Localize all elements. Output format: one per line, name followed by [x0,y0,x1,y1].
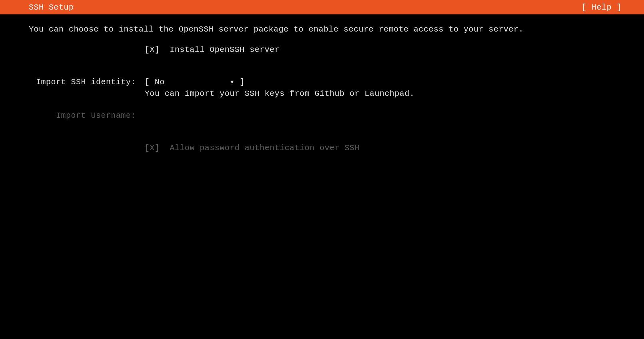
installer-header: SSH Setup [ Help ] [0,0,644,14]
checkbox-mark: [X] [145,143,160,153]
checkbox-label: Install OpenSSH server [170,45,280,54]
install-openssh-checkbox[interactable]: [X] Install OpenSSH server [145,45,280,54]
page-title: SSH Setup [29,3,74,12]
import-identity-hint: You can import your SSH keys from Github… [145,89,415,98]
checkbox-label: Allow password authentication over SSH [170,143,360,153]
import-username-label: Import Username: [56,111,136,120]
import-identity-label: Import SSH identity: [36,77,136,87]
allow-password-checkbox: [X] Allow password authentication over S… [145,143,360,153]
installer-body: You can choose to install the OpenSSH se… [0,14,644,164]
page-description: You can choose to install the OpenSSH se… [29,24,615,35]
import-identity-dropdown[interactable]: [ No ▾ ] [145,77,245,87]
help-button[interactable]: [ Help ] [582,3,622,12]
checkbox-mark: [X] [145,45,160,54]
